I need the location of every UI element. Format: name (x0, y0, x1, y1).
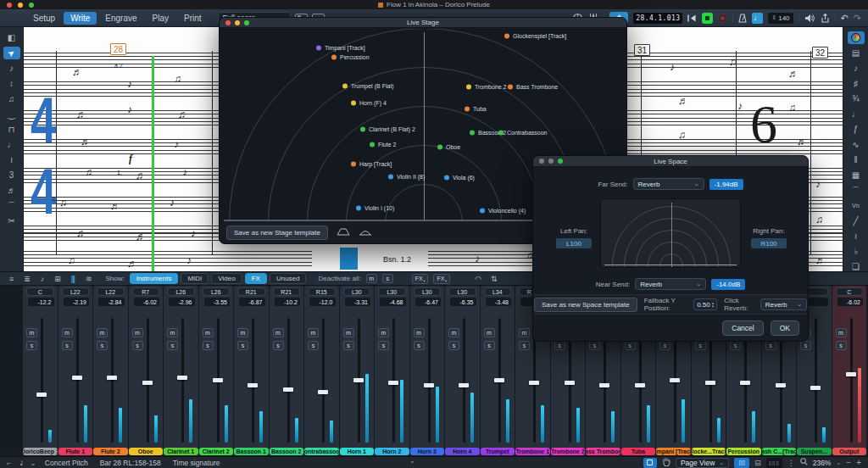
volume-readout[interactable]: -12.2 (28, 298, 54, 306)
close-icon[interactable] (225, 20, 231, 25)
pan-control[interactable]: R7 (132, 287, 160, 296)
pan-control[interactable]: L34 (484, 287, 512, 296)
meter-bridge-icon[interactable]: ≋ (83, 275, 94, 283)
filter-midi-button[interactable]: MIDI (181, 273, 209, 284)
stage-instrument[interactable]: Horn (F) 4 (351, 100, 387, 106)
stage-instrument[interactable]: Bass Trombone (508, 84, 558, 90)
tempo-display[interactable]: ⇕ 140 (768, 13, 793, 24)
live-space-titlebar[interactable]: Live Space (533, 156, 808, 167)
mute-button[interactable]: m (132, 328, 143, 337)
solo-button[interactable]: s (484, 341, 495, 350)
fader-handle[interactable] (529, 381, 539, 385)
mute-button[interactable]: m (414, 328, 425, 337)
playing-techniques-icon[interactable]: Vn (848, 199, 865, 212)
volume-readout[interactable]: -6.87 (239, 298, 265, 306)
zoom-out-button[interactable]: − (846, 458, 851, 467)
stage-instrument[interactable]: Percussion (331, 54, 370, 60)
fader-handle[interactable] (36, 393, 47, 397)
fader-track[interactable] (815, 318, 817, 443)
dynamic-marking[interactable]: f (129, 153, 132, 165)
dynamics-icon[interactable]: ƒ (848, 123, 865, 136)
stage-width-icon[interactable] (337, 228, 350, 237)
near-send-db-field[interactable]: -14.0dB (711, 279, 745, 290)
volume-readout[interactable]: -12.0 (309, 298, 336, 306)
stage-instrument[interactable]: Violin I (10) (356, 205, 394, 211)
fader-handle[interactable] (705, 381, 715, 385)
stage-instrument[interactable]: Tuba (465, 106, 487, 112)
marquee-select-button[interactable] (643, 458, 657, 468)
channel-label[interactable]: Glocke...Track] (692, 448, 726, 455)
mode-tab-print[interactable]: Print (177, 12, 209, 25)
channel-label[interactable]: Clarinet 1 (164, 448, 198, 455)
mode-tab-write[interactable]: Write (64, 12, 97, 25)
time-signature-numerator[interactable]: 4 (31, 95, 56, 147)
channel-label[interactable]: Trombone 2 (551, 448, 586, 455)
space-map[interactable] (600, 198, 741, 268)
right-pan-value[interactable]: R100 (751, 238, 787, 248)
fader-track[interactable] (111, 318, 114, 443)
fader-track[interactable] (41, 318, 43, 443)
channel-label[interactable]: Clarinet 2 (199, 448, 234, 455)
pan-control[interactable]: L30 (414, 287, 442, 296)
channel-label[interactable]: Flute 1 (58, 448, 93, 455)
status-item-0[interactable]: Concert Pitch (45, 459, 88, 467)
pan-control[interactable]: C (26, 287, 54, 296)
channel-list-icon[interactable]: ≡ (7, 275, 15, 283)
pan-control[interactable]: L26 (167, 287, 195, 296)
volume-readout[interactable]: -4.68 (380, 298, 406, 306)
solo-button[interactable]: s (378, 341, 389, 350)
holds-icon[interactable]: ⌒ (848, 184, 865, 197)
fader-handle[interactable] (635, 383, 645, 387)
save-stage-template-button[interactable]: Save as new Stage template (226, 226, 328, 240)
volume-readout[interactable]: -2.96 (169, 298, 195, 306)
zoom-search-icon[interactable] (800, 458, 808, 467)
solo-button[interactable]: s (589, 341, 600, 350)
pan-control[interactable]: L30 (343, 287, 371, 296)
close-icon[interactable] (539, 159, 544, 164)
solo-button[interactable]: s (800, 341, 811, 350)
fader-handle[interactable] (388, 381, 398, 385)
pan-control[interactable]: L22 (62, 287, 90, 296)
pan-control[interactable]: L26 (203, 287, 231, 296)
volume-readout[interactable]: -6.02 (837, 298, 864, 306)
time-signature-icon[interactable]: ¾ (848, 92, 865, 105)
channel-label[interactable]: Tuba (621, 448, 656, 455)
deactivate-solo-button[interactable]: s (382, 274, 393, 283)
fader-handle[interactable] (599, 383, 609, 387)
hand-tool-icon[interactable] (662, 457, 670, 468)
minimize-icon[interactable] (548, 159, 554, 164)
panel-toggle-icon[interactable]: ◧ (3, 31, 20, 44)
solo-button[interactable]: s (237, 341, 248, 350)
ok-button[interactable]: OK (771, 320, 799, 336)
fader-handle[interactable] (213, 378, 223, 382)
tempo-icon[interactable]: ♩ (848, 108, 865, 120)
fader-handle[interactable] (776, 383, 786, 387)
stage-instrument[interactable]: Trumpet (B Flat) (342, 83, 394, 89)
page-spread-button[interactable]: ▯▯ (734, 458, 749, 468)
fader-track[interactable] (76, 318, 79, 443)
mute-button[interactable]: m (448, 328, 459, 337)
midi-input-icon[interactable]: ⌐ (7, 459, 11, 467)
solo-button[interactable]: s (273, 341, 284, 350)
volume-readout[interactable]: -10.2 (275, 298, 301, 306)
barlines-icon[interactable]: ‖ (848, 153, 865, 166)
volume-readout[interactable]: -2.19 (64, 298, 90, 306)
solo-button[interactable]: s (730, 341, 741, 350)
stage-instrument[interactable]: Clarinet (B Flat) 2 (360, 126, 415, 132)
solo-button[interactable]: s (414, 341, 425, 350)
solo-button[interactable]: s (62, 341, 73, 350)
status-item-2[interactable]: Time signature (173, 459, 220, 467)
solo-button[interactable]: s (519, 341, 530, 350)
channel-label[interactable]: Timpani [Track] (656, 448, 691, 455)
fader-handle[interactable] (846, 372, 856, 376)
page-arrangement-display[interactable]: ▯▯▯ (766, 458, 782, 468)
live-stage-traffic-lights[interactable] (225, 20, 249, 25)
fallback-y-stepper[interactable]: 0.50▴▾ (693, 298, 717, 310)
instrument-icon[interactable]: ♪ (38, 275, 47, 283)
minimize-icon[interactable] (235, 20, 240, 25)
solo-button[interactable]: s (554, 341, 565, 350)
fader-handle[interactable] (810, 386, 821, 390)
near-send-select[interactable]: Reverb⌄ (635, 278, 706, 290)
mute-button[interactable]: m (237, 328, 248, 337)
solo-button[interactable]: s (448, 341, 459, 350)
